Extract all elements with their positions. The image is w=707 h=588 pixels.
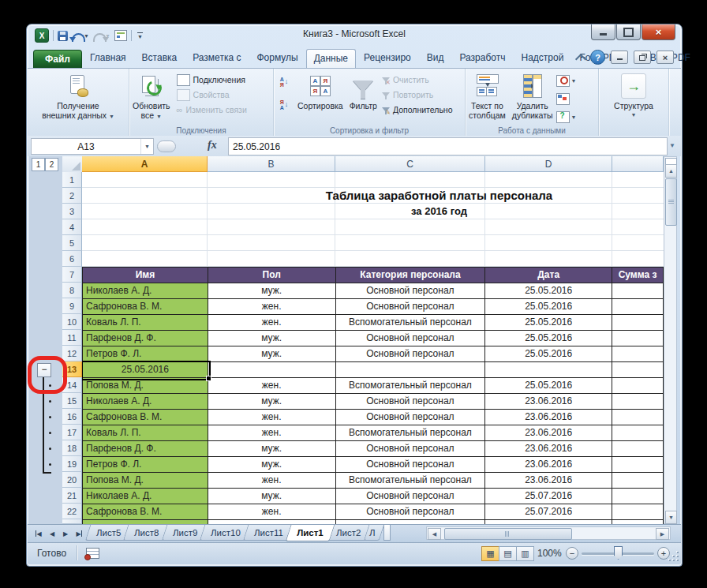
cell-E11[interactable] bbox=[612, 331, 664, 346]
zoom-out-button[interactable]: − bbox=[566, 547, 578, 560]
first-sheet-icon[interactable]: ◀ bbox=[32, 527, 45, 540]
cell-A10[interactable]: Коваль Л. П. bbox=[83, 315, 208, 331]
next-sheet-icon[interactable]: ▶ bbox=[59, 527, 72, 540]
scroll-down-icon[interactable]: ▼ bbox=[665, 511, 677, 524]
outline-level-2-button[interactable]: 2 bbox=[45, 158, 58, 171]
cell-A22[interactable]: Сафронова В. М. bbox=[83, 504, 208, 520]
row-header-20[interactable]: 20 bbox=[62, 472, 82, 488]
cell-A8[interactable]: Николаев А. Д. bbox=[83, 283, 208, 299]
workbook-close-button[interactable]: × bbox=[656, 51, 674, 64]
row-header-4[interactable]: 4 bbox=[62, 219, 82, 235]
scroll-right-icon[interactable]: ▶ bbox=[656, 528, 669, 540]
text-to-columns-button[interactable]: Текст по столбцам bbox=[466, 70, 509, 120]
cell-C17[interactable]: Вспомогательный персонал bbox=[336, 425, 486, 441]
row-header-5[interactable]: 5 bbox=[62, 235, 82, 251]
cell-C12[interactable]: Основной персонал bbox=[336, 346, 486, 362]
close-button[interactable]: × bbox=[642, 24, 675, 40]
row-header-12[interactable]: 12 bbox=[62, 346, 82, 361]
cell-A21[interactable]: Николаев А. Д. bbox=[83, 489, 208, 504]
properties-button[interactable]: Свойства bbox=[177, 88, 247, 101]
cell-C21[interactable]: Основной персонал bbox=[336, 489, 486, 504]
cell-D16[interactable]: 23.06.2016 bbox=[485, 410, 612, 425]
help-icon[interactable]: ? bbox=[590, 50, 605, 65]
cell-D12[interactable]: 25.05.2016 bbox=[485, 346, 612, 362]
cell-B15[interactable]: муж. bbox=[208, 394, 336, 410]
page-layout-view-icon[interactable]: ▤ bbox=[499, 546, 517, 561]
name-box[interactable]: A13 ▼ bbox=[31, 138, 154, 155]
horizontal-scroll-thumb[interactable] bbox=[444, 528, 572, 540]
cell-D10[interactable]: 25.05.2016 bbox=[485, 315, 612, 331]
cell-D21[interactable]: 25.07.2016 bbox=[485, 489, 612, 504]
cell-C14[interactable]: Вспомогательный персонал bbox=[336, 378, 486, 394]
row-header-19[interactable]: 19 bbox=[62, 456, 82, 472]
cell-B20[interactable]: жен. bbox=[208, 473, 336, 489]
vertical-scrollbar[interactable]: ▲ ▼ bbox=[664, 156, 677, 524]
cell-C15[interactable]: Основной персонал bbox=[336, 394, 486, 410]
cell-E12[interactable] bbox=[612, 346, 664, 362]
column-header-C[interactable]: C bbox=[335, 156, 485, 172]
advanced-filter-button[interactable]: ✎Дополнительно bbox=[382, 103, 453, 116]
expand-formula-bar-icon[interactable]: ▼ bbox=[667, 142, 678, 150]
cell-E10[interactable] bbox=[612, 315, 664, 331]
cell-B11[interactable]: муж. bbox=[208, 331, 336, 346]
table-header-3[interactable]: Дата bbox=[485, 268, 612, 283]
cell-C10[interactable]: Вспомогательный персонал bbox=[336, 315, 486, 331]
clear-filter-button[interactable]: ✕Очистить bbox=[382, 73, 453, 86]
cell-C16[interactable]: Основной персонал bbox=[336, 410, 486, 425]
row-header-9[interactable]: 9 bbox=[62, 298, 82, 314]
cell-C13[interactable] bbox=[336, 362, 486, 378]
zoom-in-button[interactable]: + bbox=[657, 547, 670, 560]
ribbon-tab-6[interactable]: Вид bbox=[419, 48, 452, 68]
cell-E8[interactable] bbox=[612, 283, 664, 299]
cell-E22[interactable] bbox=[612, 504, 664, 520]
outline-level-1-button[interactable]: 1 bbox=[32, 158, 45, 171]
refresh-all-button[interactable]: Обновить все ▼ bbox=[129, 70, 174, 122]
column-header-B[interactable]: B bbox=[208, 156, 335, 172]
ribbon-tab-2[interactable]: Разметка с bbox=[185, 48, 249, 68]
row-header-22[interactable]: 22 bbox=[62, 504, 82, 519]
ribbon-tab-file[interactable]: Файл bbox=[33, 50, 82, 68]
cell-B9[interactable]: жен. bbox=[208, 299, 336, 315]
filter-button[interactable]: Фильтр bbox=[346, 70, 380, 110]
cell-D15[interactable]: 23.06.2016 bbox=[485, 394, 612, 410]
cell-A17[interactable]: Коваль Л. П. bbox=[83, 425, 208, 441]
cell-A14[interactable]: Попова М. Д. bbox=[83, 378, 208, 394]
row-header-8[interactable]: 8 bbox=[62, 283, 82, 298]
connections-button[interactable]: Подключения bbox=[177, 73, 247, 86]
workbook-minimize-button[interactable] bbox=[611, 51, 628, 64]
edit-links-button[interactable]: ∞Изменить связи bbox=[177, 103, 247, 116]
normal-view-icon[interactable]: ▦ bbox=[481, 546, 499, 561]
maximize-button[interactable] bbox=[616, 24, 641, 40]
ribbon-tab-7[interactable]: Разработч bbox=[451, 48, 513, 68]
row-header-7[interactable]: 7 bbox=[62, 267, 82, 283]
sort-descending-button[interactable]: ЯА↓ bbox=[274, 96, 294, 114]
data-validation-button[interactable]: ▼ bbox=[556, 73, 577, 88]
cell-D14[interactable]: 25.05.2016 bbox=[485, 378, 612, 394]
empty-rows-region[interactable] bbox=[82, 172, 664, 267]
cell-A18[interactable]: Парфенов Д. Ф. bbox=[83, 441, 208, 457]
table-header-1[interactable]: Пол bbox=[208, 268, 336, 283]
cell-C22[interactable]: Основной персонал bbox=[336, 504, 486, 520]
zoom-slider-thumb[interactable] bbox=[614, 546, 623, 560]
what-if-analysis-button[interactable]: ▼ bbox=[556, 110, 577, 124]
table-header-2[interactable]: Категория персонала bbox=[336, 268, 486, 283]
cell-A19[interactable]: Петров Ф. Л. bbox=[83, 457, 208, 473]
cell-E20[interactable] bbox=[612, 473, 664, 489]
row-header-11[interactable]: 11 bbox=[62, 330, 82, 346]
cell-C8[interactable]: Основной персонал bbox=[336, 283, 486, 299]
cell-D18[interactable]: 23.06.2016 bbox=[485, 441, 612, 457]
cell-C19[interactable]: Основной персонал bbox=[336, 457, 486, 473]
cell-B21[interactable]: муж. bbox=[208, 489, 336, 504]
macro-record-icon[interactable] bbox=[86, 548, 99, 559]
cell-B10[interactable]: жен. bbox=[208, 315, 336, 331]
ribbon-tab-5[interactable]: Рецензиро bbox=[356, 48, 419, 68]
scroll-left-icon[interactable]: ◀ bbox=[428, 528, 441, 540]
prev-sheet-icon[interactable]: ◀ bbox=[46, 527, 58, 540]
page-break-view-icon[interactable]: ▥ bbox=[516, 546, 534, 561]
cell-A11[interactable]: Парфенов Д. Ф. bbox=[83, 331, 208, 346]
cell-B12[interactable]: муж. bbox=[208, 346, 336, 362]
cell-A9[interactable]: Сафронова В. М. bbox=[83, 299, 208, 315]
row-header-1[interactable]: 1 bbox=[62, 172, 82, 188]
consolidate-button[interactable] bbox=[556, 92, 577, 106]
cell-E18[interactable] bbox=[612, 441, 664, 457]
